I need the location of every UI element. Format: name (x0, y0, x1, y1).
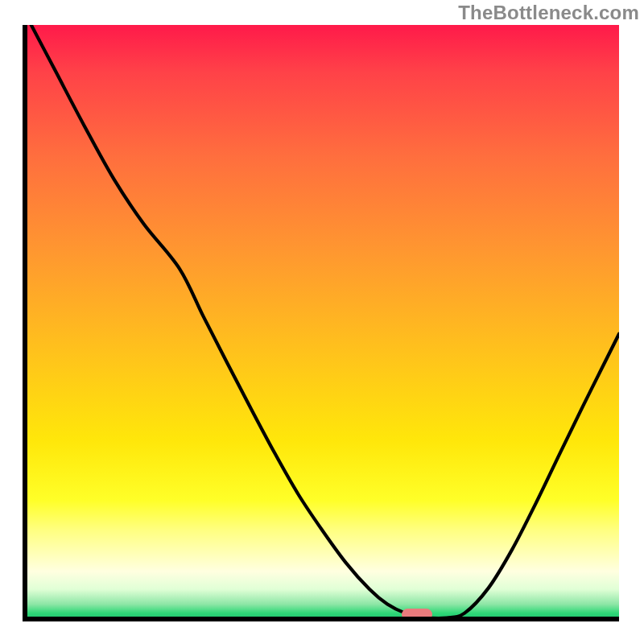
chart-stage: TheBottleneck.com (0, 0, 644, 644)
axes-layer (0, 0, 644, 644)
axis-lines (25, 25, 619, 619)
